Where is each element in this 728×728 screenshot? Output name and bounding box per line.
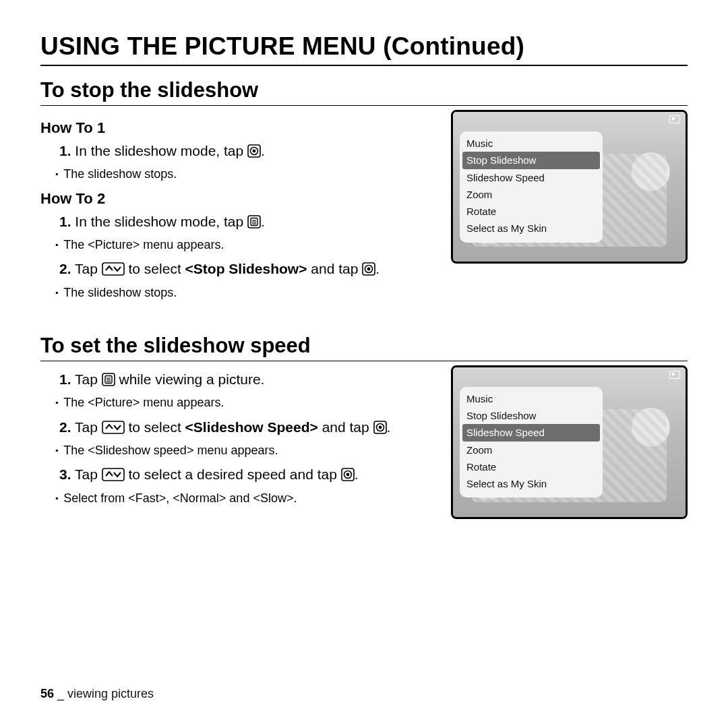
menu-item-zoom: Zoom (460, 186, 603, 203)
howto-2-label: How To 2 (40, 190, 437, 208)
up-down-icon (102, 419, 125, 439)
center-button-icon (373, 419, 387, 439)
page-number: 56 (40, 687, 54, 700)
howto-1-sub-1: The slideshow stops. (55, 166, 437, 183)
page-title: USING THE PICTURE MENU (Continued) (40, 32, 688, 66)
speed-sub-2: The <Slideshow speed> menu appears. (55, 442, 437, 459)
screenshot-stop: Music Stop Slideshow Slideshow Speed Zoo… (448, 113, 688, 268)
speed-sub-1: The <Picture> menu appears. (55, 394, 437, 411)
manual-page: USING THE PICTURE MENU (Continued) To st… (0, 0, 728, 728)
up-down-icon (102, 466, 125, 487)
section-stop-slideshow: To stop the slideshow How To 1 1. In the… (40, 78, 688, 307)
menu-button-icon (247, 214, 261, 234)
menu-item-zoom: Zoom (460, 442, 603, 458)
section-heading-stop: To stop the slideshow (40, 78, 688, 106)
howto-2-step-1: 1. In the slideshow mode, tap . The <Pic… (59, 212, 437, 254)
menu-item-slideshow-speed: Slideshow Speed (462, 424, 600, 441)
menu-item-music: Music (460, 390, 603, 407)
menu-button-icon (102, 371, 115, 392)
menu-item-select-skin: Select as My Skin (460, 220, 603, 237)
svg-point-24 (346, 473, 349, 477)
howto-1-step-1: 1. In the slideshow mode, tap . The slid… (59, 141, 437, 183)
center-button-icon (247, 143, 261, 163)
svg-rect-8 (102, 263, 124, 275)
menu-item-rotate: Rotate (460, 458, 603, 475)
up-down-icon (102, 261, 125, 281)
menu-item-select-skin: Select as My Skin (460, 475, 603, 492)
speed-step-1: 1. Tap while viewing a picture. The <Pic… (59, 369, 437, 412)
howto-1-label: How To 1 (40, 119, 437, 137)
center-button-icon (341, 466, 355, 487)
slideshow-speed-bold: <Slideshow Speed> (185, 419, 318, 435)
menu-item-music: Music (460, 135, 603, 152)
speed-step-3: 3. Tap to select a desired speed and tap… (59, 464, 437, 507)
picture-menu: Music Stop Slideshow Slideshow Speed Zoo… (460, 386, 603, 498)
howto-2-sub-2: The slideshow stops. (55, 284, 437, 301)
speed-sub-3: Select from <Fast>, <Normal> and <Slow>. (55, 490, 437, 507)
menu-item-rotate: Rotate (460, 203, 603, 220)
center-button-icon (362, 261, 375, 281)
svg-point-20 (378, 425, 382, 429)
menu-item-stop-slideshow: Stop Slideshow (460, 407, 603, 424)
play-indicator-icon (669, 371, 680, 379)
screenshot-speed: Music Stop Slideshow Slideshow Speed Zoo… (448, 368, 688, 523)
howto-2-steps: 1. In the slideshow mode, tap . The <Pic… (44, 212, 437, 301)
speed-step-2: 2. Tap to select <Slideshow Speed> and t… (59, 417, 437, 460)
section-slideshow-speed: To set the slideshow speed 1. Tap while … (40, 334, 688, 523)
section-heading-speed: To set the slideshow speed (40, 334, 688, 361)
chapter-name: viewing pictures (67, 687, 154, 700)
svg-rect-17 (102, 421, 124, 433)
howto-2-sub-1: The <Picture> menu appears. (55, 237, 437, 253)
menu-item-stop-slideshow: Stop Slideshow (462, 152, 600, 169)
picture-menu: Music Stop Slideshow Slideshow Speed Zoo… (460, 131, 603, 243)
page-footer: 56 _ viewing pictures (40, 687, 154, 701)
howto-1-steps: 1. In the slideshow mode, tap . The slid… (44, 141, 437, 183)
menu-item-slideshow-speed: Slideshow Speed (460, 169, 603, 186)
howto-2-step-2: 2. Tap to select <Stop Slideshow> and ta… (59, 259, 437, 301)
svg-rect-21 (102, 468, 124, 481)
svg-point-2 (253, 150, 256, 153)
svg-point-11 (367, 268, 371, 271)
speed-steps: 1. Tap while viewing a picture. The <Pic… (44, 369, 437, 507)
stop-slideshow-bold: <Stop Slideshow> (185, 261, 307, 276)
play-indicator-icon (669, 115, 680, 123)
